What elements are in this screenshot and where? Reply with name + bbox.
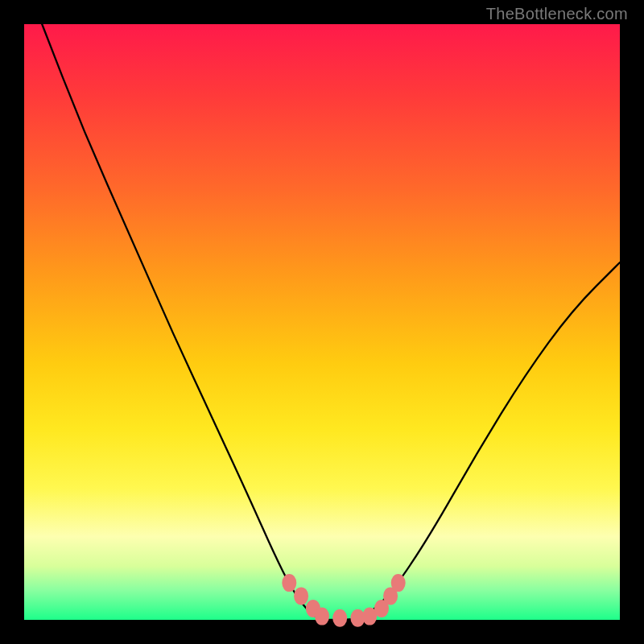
watermark-text: TheBottleneck.com (486, 5, 628, 23)
bottleneck-curve (42, 24, 620, 620)
marker-dot (294, 587, 308, 605)
marker-dot (282, 574, 296, 592)
chart-frame: TheBottleneck.com (0, 0, 644, 644)
sweet-spot-markers (282, 574, 405, 627)
marker-dot (332, 609, 347, 627)
marker-dot (391, 574, 406, 592)
bottleneck-curve-svg (24, 24, 620, 620)
plot-area (24, 24, 620, 620)
marker-dot (315, 608, 329, 625)
